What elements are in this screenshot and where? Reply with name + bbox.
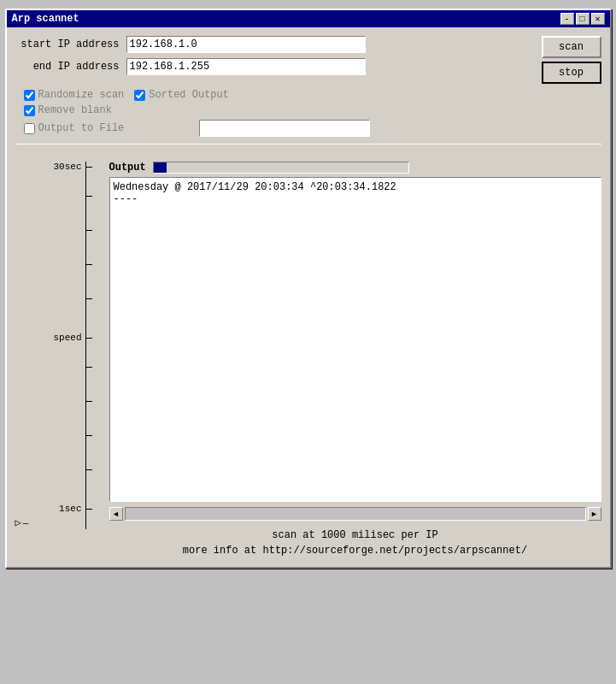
checkboxes-row1: Randomize scan Sorted Output — [24, 89, 601, 104]
maximize-button[interactable]: □ — [576, 13, 590, 25]
sorted-row: Sorted Output — [134, 89, 229, 101]
speed-scale: 30sec — [15, 162, 101, 529]
scale-tick3 — [85, 264, 92, 265]
randomize-checkbox[interactable] — [24, 90, 35, 101]
remove-blank-label: Remove blank — [38, 104, 112, 116]
top-area: start IP address end IP address scan sto… — [15, 36, 601, 84]
stop-button[interactable]: stop — [542, 62, 601, 84]
h-scrollbar: ◄ ► — [109, 507, 601, 521]
scale-tick5 — [85, 367, 92, 368]
minimize-button[interactable]: - — [560, 13, 574, 25]
scale-tick4 — [85, 298, 92, 299]
action-buttons: scan stop — [542, 36, 601, 84]
progress-bar-container — [153, 162, 409, 174]
tick3 — [85, 264, 92, 265]
output-panel: Output Wednesday @ 2017/11/29 20:03:34 ^… — [101, 162, 601, 558]
title-bar: Arp scannet - □ ✕ — [7, 10, 610, 27]
output-to-file-row: Output to File — [24, 120, 601, 137]
main-area: 30sec — [15, 162, 601, 558]
scale-vline — [85, 162, 86, 529]
divider — [15, 144, 601, 144]
randomize-row: Randomize scan — [24, 89, 125, 101]
checkboxes-area: Randomize scan Sorted Output Remove blan… — [24, 89, 601, 137]
remove-blank-checkbox[interactable] — [24, 105, 35, 116]
scale-top-label: 30sec — [53, 162, 81, 172]
speed-tick — [85, 338, 92, 339]
output-textarea[interactable]: Wednesday @ 2017/11/29 20:03:34 ^20:03:3… — [109, 177, 601, 502]
output-label: Output — [109, 162, 146, 174]
scale-tick6 — [85, 401, 92, 402]
sorted-label: Sorted Output — [149, 89, 229, 101]
scale-speed: speed — [53, 333, 91, 343]
slider-line: — — [23, 518, 29, 528]
window-title: Arp scannet — [12, 13, 79, 25]
inputs-area: start IP address end IP address — [15, 36, 533, 80]
h-scroll-track[interactable] — [125, 507, 586, 521]
scale-tick7 — [85, 435, 92, 436]
randomize-label: Randomize scan — [38, 89, 125, 101]
remove-blank-row: Remove blank — [24, 104, 601, 116]
close-button[interactable]: ✕ — [591, 13, 605, 25]
scale-top-tick — [85, 167, 92, 168]
end-ip-row: end IP address — [15, 58, 533, 75]
progress-bar-fill — [154, 162, 167, 173]
end-ip-input[interactable] — [126, 58, 366, 75]
scan-button[interactable]: scan — [542, 36, 601, 58]
output-header: Output — [109, 162, 601, 174]
tick6 — [85, 401, 92, 402]
tick5 — [85, 367, 92, 368]
scale-bottom: 1sec — [59, 504, 91, 514]
end-ip-label: end IP address — [15, 61, 126, 73]
speed-panel: 30sec — [15, 162, 101, 558]
tick4 — [85, 298, 92, 299]
output-to-file-checkbox[interactable] — [24, 123, 35, 134]
title-bar-buttons: - □ ✕ — [560, 13, 605, 25]
scroll-right-button[interactable]: ► — [588, 507, 601, 521]
tick7 — [85, 435, 92, 436]
start-ip-input[interactable] — [126, 36, 366, 53]
scale-tick1 — [85, 196, 92, 197]
slider-arrow: ▷ — [15, 516, 21, 529]
scale-bottom-tick — [85, 509, 92, 510]
sorted-checkbox[interactable] — [134, 90, 145, 101]
scale-top: 30sec — [53, 162, 91, 172]
scroll-left-button[interactable]: ◄ — [109, 507, 123, 521]
main-window: Arp scannet - □ ✕ start IP address end I… — [5, 9, 612, 569]
status-line2: more info at http://sourceforge.net/proj… — [109, 543, 601, 558]
tick2 — [85, 230, 92, 231]
window-body: start IP address end IP address scan sto… — [7, 27, 610, 567]
slider-indicator[interactable]: ▷ — — [15, 516, 29, 529]
status-line1: scan at 1000 milisec per IP — [109, 528, 601, 543]
tick1 — [85, 196, 92, 197]
scale-tick8 — [85, 469, 92, 470]
output-to-file-label: Output to File — [38, 122, 125, 134]
file-path-input[interactable] — [199, 120, 370, 137]
status-bar: scan at 1000 milisec per IP more info at… — [109, 528, 601, 558]
start-ip-row: start IP address — [15, 36, 533, 53]
start-ip-label: start IP address — [15, 38, 126, 50]
scale-bottom-label: 1sec — [59, 504, 81, 514]
speed-label: speed — [53, 333, 81, 343]
scale-tick2 — [85, 230, 92, 231]
tick8 — [85, 469, 92, 470]
